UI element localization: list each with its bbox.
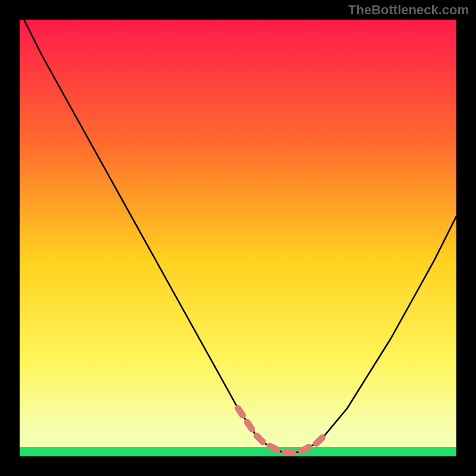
watermark-text: TheBottleneck.com xyxy=(348,2,469,18)
chart-container: TheBottleneck.com xyxy=(0,0,476,476)
green-band xyxy=(20,447,456,456)
plot-background xyxy=(20,20,456,456)
chart-svg xyxy=(0,0,476,476)
